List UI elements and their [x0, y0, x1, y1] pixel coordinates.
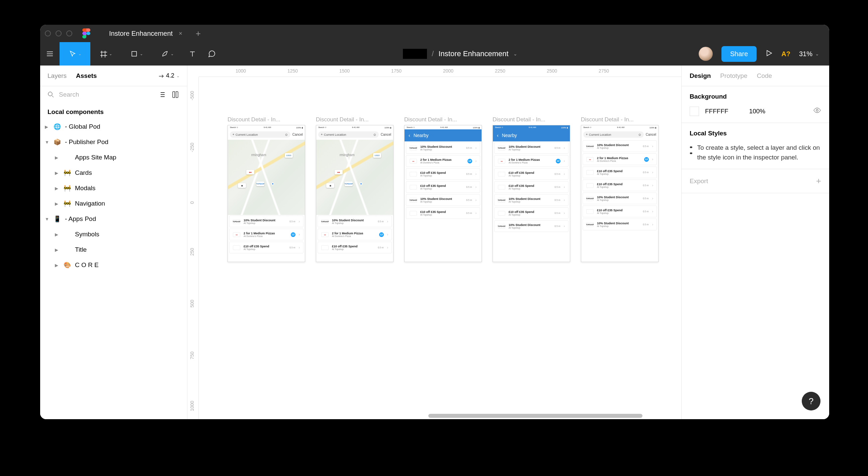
tree-item[interactable]: ▶🚧Navigation	[40, 196, 187, 211]
document-title-area: / Instore Enhancement ⌄	[221, 49, 699, 59]
missing-fonts-icon[interactable]: A?	[781, 50, 790, 58]
mock-map-pin: TOPSHOP	[345, 181, 353, 186]
tab-layers[interactable]: Layers	[48, 72, 67, 79]
library-icon[interactable]	[172, 91, 180, 98]
mock-nearby-header: ‹Nearby	[405, 129, 482, 141]
mock-cancel-link: Cancel	[381, 133, 391, 136]
tree-item[interactable]: ▶🚧Cards	[40, 165, 187, 180]
tree-item[interactable]: ▶Apps Site Map	[40, 150, 187, 165]
artboard[interactable]: Sketch ᯤ9:41 AM100% ▮⌖Current Location⊙C…	[581, 125, 658, 262]
frame-label[interactable]: Discount Detail - In...	[581, 116, 654, 123]
asset-search-input[interactable]	[59, 91, 154, 98]
frame-label[interactable]: Discount Detail - In...	[227, 116, 301, 123]
tab-prototype[interactable]: Prototype	[720, 72, 747, 79]
frame-label[interactable]: Discount Detail - In...	[316, 116, 390, 123]
app-window: Instore Enhancement × + ⌄ ⌄ ⌄ ⌄ / In	[40, 25, 829, 419]
mock-map-pin: LOGO	[285, 153, 293, 158]
mock-card-title: £10 off £35 Spend	[597, 169, 640, 173]
comment-tool[interactable]	[202, 42, 221, 66]
tab-design[interactable]: Design	[690, 72, 711, 79]
user-avatar[interactable]	[699, 47, 713, 61]
maximize-window-button[interactable]	[66, 30, 72, 36]
mock-discount-card: £10 off £35 SpendAt Topshop0.5 m›	[583, 206, 657, 217]
mock-discount-card: £10 off £35 SpendAt Topshop0.5 m›	[406, 207, 480, 219]
canvas-area[interactable]: 10001250150017502000225025002750 -500-25…	[187, 66, 681, 419]
mock-card-distance: 0.5 m	[555, 186, 560, 188]
mock-location-dot	[271, 182, 274, 185]
tree-item[interactable]: ▶🚧Modals	[40, 180, 187, 196]
mock-card-logo	[586, 170, 594, 175]
chevron-right-icon: ›	[387, 246, 388, 249]
tree-item[interactable]: ▼📱- Apps Pod	[40, 211, 187, 227]
mock-card-sub: At Domino's Pizza	[597, 160, 641, 162]
tab-assets[interactable]: Assets	[76, 72, 97, 79]
close-window-button[interactable]	[45, 30, 51, 36]
tree-item[interactable]: ▶🎨C O R E	[40, 258, 187, 273]
mock-map: rmingham ◆◆ LOGO ▦ TOPSHOP	[316, 140, 393, 215]
tree-item[interactable]: ▶Symbols	[40, 227, 187, 242]
artboard[interactable]: Sketch ᯤ9:41 AM100% ▮‹NearbyTOPSHOP10% S…	[493, 125, 570, 262]
share-button[interactable]: Share	[721, 46, 756, 62]
background-opacity[interactable]: 100%	[749, 108, 766, 115]
local-styles-note: To create a style, select a layer and cl…	[698, 143, 821, 162]
visibility-toggle-icon[interactable]	[813, 106, 821, 116]
document-menu-caret[interactable]: ⌄	[513, 51, 517, 57]
pen-tool[interactable]: ⌄	[152, 42, 183, 66]
mock-nearby-header: ‹Nearby	[493, 129, 570, 141]
artboard[interactable]: Sketch ᯤ9:41 AM100% ▮⌖Current Location⊙C…	[316, 125, 394, 262]
tree-item[interactable]: ▼📦- Publisher Pod	[40, 134, 187, 150]
mock-card-logo: TOPSHOP	[586, 222, 594, 227]
background-swatch[interactable]	[690, 107, 699, 116]
document-tab[interactable]: Instore Enhancement ×	[102, 25, 190, 42]
tab-code[interactable]: Code	[757, 72, 772, 79]
help-button[interactable]: ?	[802, 392, 820, 410]
chevron-right-icon: ›	[475, 172, 476, 176]
mock-card-distance: 0.5 m	[643, 184, 649, 186]
mock-card-distance: 0.5 m	[643, 223, 649, 226]
background-hex[interactable]: FFFFFF	[705, 108, 728, 115]
zoom-control[interactable]: 31% ⌄	[799, 50, 819, 58]
text-tool[interactable]	[183, 42, 202, 66]
mock-card-logo	[498, 172, 505, 176]
mock-card-list: TOPSHOP10% Student DiscountAt Topshop0.5…	[581, 140, 658, 231]
horizontal-scrollbar[interactable]	[428, 414, 643, 418]
ruler-tick: 1000	[189, 401, 195, 411]
figma-logo-icon[interactable]	[82, 28, 90, 38]
tree-item[interactable]: ▶Title	[40, 242, 187, 258]
minimize-window-button[interactable]	[56, 30, 62, 36]
mock-card-title: £10 off £35 Spend	[597, 209, 640, 212]
page-selector[interactable]: 4.2 ⌄	[158, 72, 180, 79]
mock-map-pin: LOGO	[373, 153, 381, 158]
list-view-icon[interactable]	[158, 91, 166, 98]
artboard[interactable]: Sketch ᯤ9:41 AM100% ▮⌖Current Location⊙C…	[227, 125, 305, 262]
canvas[interactable]: Discount Detail - In...Sketch ᯤ9:41 AM10…	[208, 83, 681, 419]
present-button[interactable]	[765, 49, 773, 58]
mock-discount-card: £10 off £35 SpendAt Topshop0.5 m›	[583, 179, 657, 191]
mock-card-sub: At Domino's Pizza	[420, 162, 464, 164]
mock-cancel-link: Cancel	[646, 133, 656, 136]
tree-item[interactable]: ▶🌐- Global Pod	[40, 119, 187, 134]
tree-item-label: - Publisher Pod	[65, 138, 108, 146]
frame-label[interactable]: Discount Detail - In...	[493, 116, 566, 123]
mock-discount-card: TOPSHOP10% Student DiscountAt Topshop0.5…	[583, 140, 657, 152]
tree-item-icon: 🚧	[63, 184, 72, 192]
add-export-button[interactable]: +	[816, 176, 821, 186]
frame-tool[interactable]: ⌄	[90, 42, 121, 66]
mock-card-sub: At Topshop	[508, 148, 551, 151]
mock-card-list: TOPSHOP10% Student DiscountAt Topshop0.5…	[493, 141, 570, 233]
mock-card-logo	[410, 185, 417, 190]
document-name[interactable]: Instore Enhancement	[438, 49, 508, 58]
chevron-right-icon: ›	[299, 233, 300, 236]
mock-card-badge: 12	[379, 232, 384, 237]
artboard[interactable]: Sketch ᯤ9:41 AM100% ▮‹NearbyTOPSHOP10% S…	[404, 125, 482, 262]
new-tab-button[interactable]: +	[196, 28, 201, 39]
move-tool[interactable]: ⌄	[60, 42, 90, 66]
mock-card-list: TOPSHOP10% Student DiscountAt Topshop0.5…	[316, 215, 393, 254]
shape-tool[interactable]: ⌄	[121, 42, 152, 66]
frame-label[interactable]: Discount Detail - In...	[404, 116, 478, 123]
main-menu-button[interactable]	[40, 42, 60, 66]
local-styles-label: Local Styles	[690, 130, 821, 137]
close-tab-icon[interactable]: ×	[179, 30, 182, 37]
mock-card-sub: At Topshop	[332, 222, 374, 224]
mock-card-logo	[586, 209, 594, 214]
